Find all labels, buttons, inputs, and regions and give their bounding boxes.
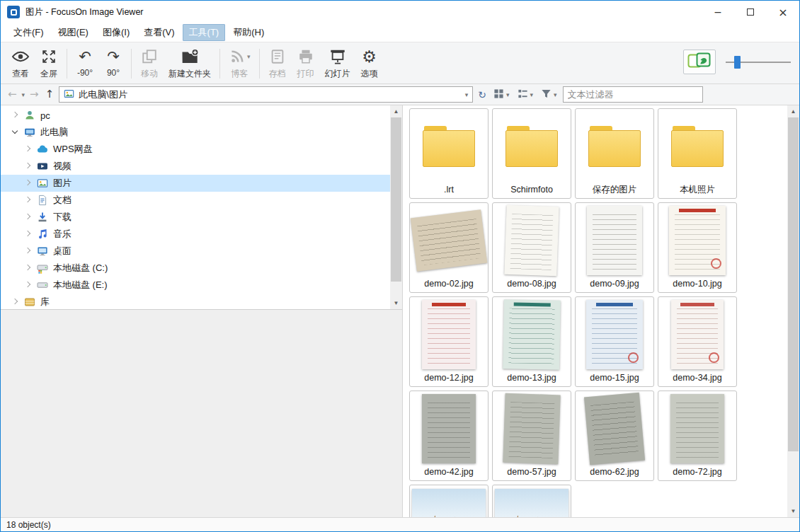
tree-item-5[interactable]: 文档 [1, 192, 390, 209]
scroll-up-icon[interactable]: ▲ [390, 105, 402, 117]
rotate-left-button[interactable]: ↶ -90° [71, 45, 99, 82]
menu-item-5[interactable]: 帮助(H) [227, 24, 270, 41]
tree-item-2[interactable]: WPS网盘 [1, 141, 390, 158]
grid-item-6[interactable]: demo-09.jpg [575, 202, 654, 293]
tree-item-label: 库 [40, 296, 50, 308]
expand-chevron-icon[interactable] [23, 212, 33, 222]
grid-item-5[interactable]: demo-08.jpg [492, 202, 571, 293]
tree-item-10[interactable]: 本地磁盘 (E:) [1, 277, 390, 294]
tree-item-6[interactable]: 下载 [1, 209, 390, 226]
expand-chevron-icon[interactable] [23, 195, 33, 205]
scroll-down-icon[interactable]: ▼ [787, 505, 799, 517]
grid-item-11[interactable]: demo-34.jpg [658, 296, 737, 387]
expand-chevron-icon[interactable] [23, 144, 33, 154]
grid-scrollbar[interactable]: ▲ ▼ [787, 105, 799, 517]
maximize-button[interactable] [734, 1, 767, 23]
expand-chevron-icon[interactable] [11, 297, 21, 307]
rotate-right-button[interactable]: ↷ 90° [99, 45, 127, 82]
minimize-button[interactable]: − [702, 1, 734, 23]
menu-item-4[interactable]: 工具(T) [183, 24, 226, 41]
archive-button[interactable]: 存档 [263, 45, 292, 82]
view-button[interactable]: 查看 [6, 45, 35, 82]
address-bar[interactable]: 此电脑\图片 ▾ [59, 86, 473, 103]
grid-item-17[interactable] [492, 485, 571, 517]
scroll-up-icon[interactable]: ▲ [787, 105, 799, 117]
history-caret-icon[interactable]: ▾ [22, 91, 25, 98]
thumbnail [658, 109, 736, 181]
red-seal-icon [628, 352, 639, 363]
fullscreen-button[interactable]: 全屏 [35, 45, 63, 82]
menu-item-1[interactable]: 视图(E) [52, 24, 95, 41]
grid-item-12[interactable]: demo-42.jpg [409, 391, 488, 481]
refresh-icon[interactable]: ↻ [476, 90, 488, 100]
text-filter-input[interactable] [563, 86, 703, 103]
tree-item-icon [36, 161, 49, 172]
tree-item-7[interactable]: 音乐 [1, 226, 390, 243]
zoom-slider[interactable] [726, 54, 791, 70]
toolbar: 查看 全屏 ↶ -90° ↷ 90° 移动 新建文件夹 ▾ 博客 [1, 42, 799, 84]
thumbnail [658, 297, 736, 369]
tree-scrollbar-thumb[interactable] [391, 117, 401, 282]
close-button[interactable]: × [767, 1, 799, 23]
dual-image-green-button[interactable] [683, 50, 716, 74]
tree-item-8[interactable]: 桌面 [1, 243, 390, 260]
expand-chevron-icon[interactable] [23, 161, 33, 171]
tree-item-4[interactable]: 图片 [1, 175, 390, 192]
tree-item-0[interactable]: pc [1, 107, 390, 124]
grid-item-7[interactable]: demo-10.jpg [658, 202, 737, 293]
tree-scrollbar[interactable]: ▲ ▼ [390, 105, 402, 309]
grid-item-2[interactable]: 保存的图片 [575, 108, 654, 199]
tree-item-3[interactable]: 视频 [1, 158, 390, 175]
view-mode-button[interactable]: ▾ [491, 87, 512, 103]
print-button[interactable]: 打印 [292, 45, 320, 82]
grid-item-name: demo-62.jpg [590, 463, 639, 480]
new-folder-button[interactable]: 新建文件夹 [164, 45, 216, 82]
move-button[interactable]: 移动 [135, 45, 164, 82]
tree-item-1[interactable]: 此电脑 [1, 124, 390, 141]
expand-chevron-icon[interactable] [11, 127, 21, 137]
forward-icon[interactable]: → [28, 89, 40, 100]
grid-item-8[interactable]: demo-12.jpg [409, 296, 488, 387]
tree-item-label: 桌面 [53, 245, 72, 258]
grid-item-name: demo-08.jpg [507, 275, 556, 292]
grid-item-16[interactable] [409, 485, 488, 517]
slider-handle[interactable] [734, 56, 741, 69]
expand-chevron-icon[interactable] [23, 229, 33, 239]
grid-item-13[interactable]: demo-57.jpg [492, 391, 571, 481]
back-icon[interactable]: ← [6, 89, 18, 100]
expand-chevron-icon[interactable] [23, 246, 33, 256]
expand-chevron-icon[interactable] [23, 263, 33, 273]
tree-item-icon [36, 144, 49, 155]
sort-button[interactable]: ▾ [515, 87, 536, 103]
filter-button[interactable]: ▾ [539, 87, 559, 103]
grid-item-1[interactable]: Schirmfoto [492, 108, 571, 199]
tree-item-11[interactable]: 库 [1, 294, 390, 309]
grid-item-14[interactable]: demo-62.jpg [575, 391, 654, 481]
expand-chevron-icon[interactable] [11, 110, 21, 120]
grid-item-0[interactable]: .lrt [409, 108, 488, 199]
grid-scrollbar-thumb[interactable] [788, 117, 799, 451]
menu-item-2[interactable]: 图像(I) [96, 24, 136, 41]
up-icon[interactable]: ↑ [44, 89, 56, 100]
tree-item-9[interactable]: 本地磁盘 (C:) [1, 260, 390, 277]
grid-item-3[interactable]: 本机照片 [658, 108, 737, 199]
folder-icon [671, 126, 724, 167]
expand-chevron-icon[interactable] [23, 280, 33, 290]
toolbar-separator [67, 49, 67, 79]
grid-item-4[interactable]: demo-02.jpg [409, 202, 488, 293]
scroll-down-icon[interactable]: ▼ [390, 297, 402, 309]
red-seal-icon [709, 352, 719, 363]
grid-item-9[interactable]: demo-13.jpg [492, 296, 571, 387]
slideshow-button[interactable]: 幻灯片 [320, 45, 355, 82]
blog-button[interactable]: ▾ 博客 [224, 45, 256, 82]
tree-item-icon [23, 127, 36, 138]
menu-item-3[interactable]: 查看(V) [137, 24, 181, 41]
toolbar-separator [131, 49, 132, 79]
grid-item-15[interactable]: demo-72.jpg [658, 391, 737, 481]
address-dropdown-caret-icon[interactable]: ▾ [465, 91, 469, 98]
grid-item-name: demo-34.jpg [673, 369, 722, 386]
grid-item-10[interactable]: demo-15.jpg [575, 296, 654, 387]
options-button[interactable]: ⚙ 选项 [355, 45, 384, 82]
expand-chevron-icon[interactable] [23, 178, 33, 188]
menu-item-0[interactable]: 文件(F) [7, 24, 50, 41]
